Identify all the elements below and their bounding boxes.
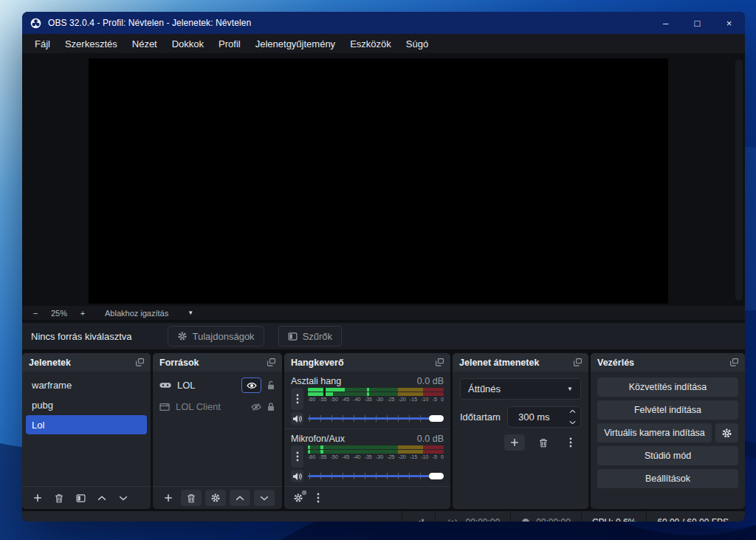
settings-button[interactable]: Beállítások bbox=[597, 469, 738, 488]
meter-tick-label: -55 bbox=[319, 397, 326, 403]
channel-menu-button[interactable] bbox=[291, 445, 303, 468]
filters-button[interactable]: Szűrők bbox=[278, 326, 342, 346]
sources-title: Források bbox=[159, 358, 199, 368]
scene-down-button[interactable] bbox=[114, 490, 132, 506]
preview-zoom-bar: − 25% + Ablakhoz igazítás ▼ bbox=[22, 306, 745, 320]
window-icon bbox=[159, 403, 170, 411]
source-properties-button[interactable] bbox=[205, 490, 226, 506]
minimize-button[interactable]: – bbox=[650, 12, 681, 34]
menu-docks[interactable]: Dokkok bbox=[165, 36, 211, 52]
studio-mode-button[interactable]: Stúdió mód bbox=[597, 446, 738, 465]
trash-icon bbox=[55, 493, 63, 503]
meter-bar-left bbox=[308, 388, 444, 392]
meter-bar-left bbox=[308, 445, 444, 449]
scene-item-lol[interactable]: Lol bbox=[26, 415, 147, 434]
menu-edit[interactable]: Szerkesztés bbox=[58, 36, 125, 52]
controls-title: Vezérlés bbox=[597, 358, 634, 368]
lock-toggle-unlocked[interactable] bbox=[267, 380, 275, 390]
virtual-camera-settings-button[interactable] bbox=[715, 423, 738, 442]
mute-button[interactable] bbox=[291, 412, 303, 425]
close-button[interactable]: × bbox=[713, 12, 745, 34]
preview-canvas[interactable] bbox=[89, 58, 668, 304]
source-label: LOL Client bbox=[176, 401, 221, 412]
meter-tick-label: -20 bbox=[399, 454, 406, 460]
mute-button[interactable] bbox=[291, 470, 303, 482]
meter-tick-label: 0 bbox=[441, 454, 444, 460]
duration-label: Időtartam bbox=[460, 411, 501, 423]
menu-help[interactable]: Súgó bbox=[399, 36, 436, 52]
transition-properties-button[interactable] bbox=[562, 434, 580, 451]
menu-tools[interactable]: Eszközök bbox=[343, 36, 399, 52]
stream-timer: 00:00:00 bbox=[435, 511, 510, 522]
live-broadcast-icon bbox=[446, 518, 459, 522]
start-recording-button[interactable]: Felvétel indítása bbox=[597, 400, 738, 420]
meter-tick-label: -60 bbox=[308, 397, 315, 403]
visibility-toggle-hidden[interactable] bbox=[251, 403, 261, 411]
volume-slider[interactable] bbox=[308, 471, 444, 481]
duration-spinbox[interactable]: 300 ms bbox=[507, 406, 581, 428]
transition-select[interactable]: Áttűnés ▼ bbox=[460, 378, 581, 400]
source-down-button[interactable] bbox=[254, 490, 275, 506]
source-toolbar: Nincs forrás kiválasztva Tulajdonságok S… bbox=[22, 323, 745, 349]
volume-meter: -60-55-50-45-40-35-30-25-20-15-10-50 bbox=[308, 445, 444, 468]
fit-mode-dropdown[interactable]: Ablakhoz igazítás ▼ bbox=[105, 309, 193, 318]
no-source-selected-label: Nincs forrás kiválasztva bbox=[31, 331, 132, 342]
volume-slider[interactable] bbox=[308, 414, 444, 423]
preview-vertical-scrollbar[interactable] bbox=[735, 59, 743, 301]
properties-button[interactable]: Tulajdonságok bbox=[168, 326, 264, 346]
volume-meter: -60-55-50-45-40-35-30-25-20-15-10-50 bbox=[308, 388, 444, 410]
plus-icon bbox=[164, 493, 173, 502]
start-virtual-camera-button[interactable]: Virtuális kamera indítása bbox=[597, 423, 712, 442]
advanced-audio-button[interactable] bbox=[293, 493, 303, 503]
mixer-dock-header: Hangkeverő bbox=[284, 353, 450, 372]
add-scene-button[interactable] bbox=[29, 490, 47, 506]
remove-transition-button[interactable] bbox=[535, 434, 552, 451]
maximize-button[interactable]: □ bbox=[681, 12, 713, 34]
spin-up-icon[interactable] bbox=[569, 409, 576, 414]
kebab-icon bbox=[569, 437, 572, 448]
remove-source-button[interactable] bbox=[181, 490, 202, 506]
scene-label: pubg bbox=[32, 400, 53, 411]
menu-profile[interactable]: Profil bbox=[211, 36, 248, 52]
scene-up-button[interactable] bbox=[93, 490, 111, 506]
visibility-toggle-visible[interactable] bbox=[241, 377, 261, 393]
controls-dock: Vezérlés Közvetítés indítása Felvétel in… bbox=[591, 353, 745, 509]
popout-icon bbox=[267, 358, 275, 366]
controls-float-button[interactable] bbox=[730, 358, 738, 366]
scene-item-pubg[interactable]: pubg bbox=[26, 395, 147, 414]
lock-icon bbox=[267, 402, 275, 411]
menu-view[interactable]: Nézet bbox=[125, 36, 165, 52]
meter-tick-label: 0 bbox=[441, 397, 444, 403]
channel-menu-button[interactable] bbox=[291, 388, 303, 410]
scene-label: warframe bbox=[32, 380, 72, 391]
spin-down-icon[interactable] bbox=[569, 420, 576, 425]
remove-scene-button[interactable] bbox=[50, 490, 68, 506]
menu-scene-collection[interactable]: Jelenetgyűjtemény bbox=[248, 36, 343, 52]
menu-file[interactable]: Fájl bbox=[27, 36, 58, 52]
zoom-out-button[interactable]: − bbox=[30, 309, 41, 318]
transitions-float-button[interactable] bbox=[574, 358, 582, 366]
source-item-lol-client[interactable]: LOL Client bbox=[157, 397, 278, 416]
scene-list: warframe pubg Lol bbox=[22, 372, 151, 439]
add-transition-button[interactable] bbox=[504, 434, 525, 451]
source-up-button[interactable] bbox=[230, 490, 250, 506]
mixer-float-button[interactable] bbox=[436, 358, 444, 366]
maximize-icon: □ bbox=[695, 18, 701, 29]
source-item-lol[interactable]: LOL bbox=[157, 376, 278, 394]
lock-toggle-locked[interactable] bbox=[267, 402, 275, 411]
fit-mode-label: Ablakhoz igazítás bbox=[105, 309, 168, 318]
meter-scale: -60-55-50-45-40-35-30-25-20-15-10-50 bbox=[308, 397, 444, 403]
slider-handle[interactable] bbox=[429, 415, 444, 422]
mixer-menu-button[interactable] bbox=[317, 493, 320, 503]
scene-filters-button[interactable] bbox=[72, 490, 89, 506]
scene-item-warframe[interactable]: warframe bbox=[26, 375, 147, 394]
audio-mixer-dock: Hangkeverő Asztali hang 0.0 dB -60-55-50… bbox=[284, 353, 450, 509]
duration-value: 300 ms bbox=[518, 411, 550, 423]
add-source-button[interactable] bbox=[159, 490, 177, 506]
popout-icon bbox=[436, 358, 444, 366]
scenes-float-button[interactable] bbox=[136, 358, 144, 366]
sources-float-button[interactable] bbox=[267, 358, 275, 366]
start-streaming-button[interactable]: Közvetítés indítása bbox=[597, 377, 738, 397]
zoom-in-button[interactable]: + bbox=[77, 309, 89, 318]
slider-handle[interactable] bbox=[429, 473, 444, 479]
